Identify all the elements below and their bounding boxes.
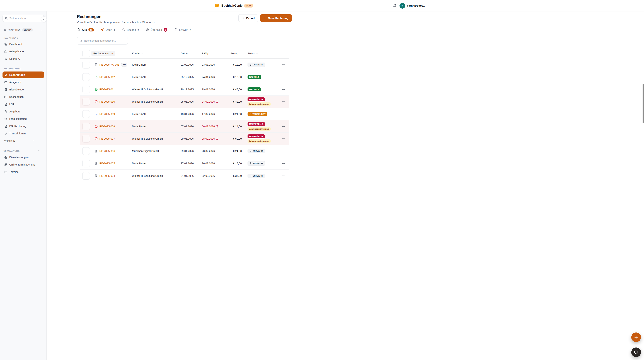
invoice-number-link[interactable]: RE-2025-011 bbox=[100, 88, 115, 91]
sidebar-item-transaktionen[interactable]: Transaktionen bbox=[2, 130, 44, 137]
status-badge: BEZAHLT bbox=[248, 75, 261, 79]
ellipsis-icon bbox=[282, 63, 285, 66]
sidebar-item-e-a-rechnung[interactable]: E/A-Rechnung bbox=[2, 123, 44, 130]
admin-section-toggle[interactable]: VERWALTUNG bbox=[2, 150, 44, 152]
customer-cell: Wiener IT Solutions GmbH bbox=[132, 175, 181, 177]
customer-cell: Klein GmbH bbox=[132, 63, 181, 66]
column-header-amount[interactable]: Betrag bbox=[230, 52, 242, 55]
row-checkbox[interactable] bbox=[82, 147, 90, 155]
sidebar-item-produktkatalog[interactable]: Produktkatalog bbox=[2, 116, 44, 122]
due-cell: 17.02.2026 bbox=[202, 113, 225, 116]
sidebar-collapse-button[interactable] bbox=[41, 16, 47, 22]
tab-entwurf[interactable]: Entwurf 4 bbox=[174, 27, 192, 34]
tab-label: Überfällig bbox=[150, 28, 162, 31]
invoice-number-link[interactable]: RE-2025-005 bbox=[100, 162, 115, 165]
tab-count: 1 bbox=[114, 28, 115, 31]
invoice-number-link[interactable]: RE-2025-007 bbox=[100, 137, 115, 140]
invoice-number-link[interactable]: RE-2025-009 bbox=[100, 113, 115, 116]
sidebar-item-label: Transaktionen bbox=[9, 132, 26, 135]
sidebar-item-uva[interactable]: UVA bbox=[2, 101, 44, 108]
row-checkbox[interactable] bbox=[82, 160, 90, 167]
overdue-clock-icon bbox=[216, 100, 218, 103]
column-header-date[interactable]: Datum bbox=[181, 52, 202, 55]
sidebar-item-label: Eigenbelege bbox=[9, 88, 24, 91]
status-badge: ENTWURF bbox=[248, 161, 266, 166]
invoice-number-link[interactable]: RE-2025-010 bbox=[100, 100, 115, 103]
row-actions-menu[interactable] bbox=[281, 136, 287, 142]
row-actions-menu[interactable] bbox=[281, 160, 287, 167]
sidebar-more-toggle[interactable]: Weitere (1) bbox=[2, 138, 44, 144]
row-checkbox[interactable] bbox=[82, 135, 90, 143]
row-actions-menu[interactable] bbox=[281, 123, 287, 129]
sidebar-item-kassenbuch[interactable]: Kassenbuch bbox=[2, 93, 44, 100]
sidebar-item-belegablage[interactable]: Belegablage bbox=[2, 48, 44, 55]
row-actions-menu[interactable] bbox=[281, 74, 287, 80]
ellipsis-icon bbox=[282, 137, 285, 140]
invoice-number-link[interactable]: RE-2025-012 bbox=[100, 76, 115, 78]
row-checkbox[interactable] bbox=[82, 98, 90, 105]
new-invoice-button-label: Neue Rechnung bbox=[268, 17, 288, 20]
sidebar-item-dashboard[interactable]: Dashboard bbox=[2, 41, 44, 47]
sort-icon bbox=[189, 52, 192, 55]
sidebar-search-input[interactable] bbox=[9, 17, 42, 20]
overdue-clock-icon bbox=[216, 125, 218, 128]
row-checkbox[interactable] bbox=[82, 110, 90, 118]
status-badge: ÜBERFÄLLIG bbox=[248, 97, 265, 101]
sidebar-search[interactable] bbox=[2, 15, 44, 22]
sidebar: FAVORITEN Starter+ HAUPTMENÜ Dashboard B… bbox=[0, 11, 46, 180]
invoice-table-row: RE-2025-012 Klein GmbH 25.12.2025 24.01.… bbox=[80, 71, 289, 83]
column-header-status[interactable]: Status bbox=[242, 52, 278, 55]
customer-cell: Klein GmbH bbox=[132, 113, 181, 116]
date-cell: 29.01.2026 bbox=[181, 150, 202, 153]
overdue-clock-icon bbox=[216, 138, 218, 140]
row-checkbox[interactable] bbox=[82, 172, 90, 180]
invoice-search[interactable] bbox=[77, 37, 128, 44]
sidebar-item-eigenbelege[interactable]: Eigenbelege bbox=[2, 86, 44, 93]
column-header-due[interactable]: Fällig bbox=[202, 52, 225, 55]
status-badge: ENTWURF bbox=[248, 149, 266, 153]
row-actions-menu[interactable] bbox=[281, 62, 287, 68]
sidebar-item-termine[interactable]: Termine bbox=[2, 169, 44, 175]
new-invoice-button[interactable]: Neue Rechnung bbox=[260, 14, 292, 22]
invoice-search-input[interactable] bbox=[84, 39, 125, 42]
invoice-type-icon bbox=[94, 88, 98, 91]
row-actions-menu[interactable] bbox=[281, 173, 287, 179]
tab-alle[interactable]: Alle 16 bbox=[77, 27, 94, 34]
row-checkbox[interactable] bbox=[82, 86, 90, 93]
row-checkbox[interactable] bbox=[82, 73, 90, 81]
tab-bar: Alle 16 Offen 1 Bezahlt 3 Überfällig 6 E… bbox=[77, 27, 292, 34]
sidebar-section-heading: BUCHHALTUNG bbox=[4, 68, 21, 70]
date-cell: 20.12.2025 bbox=[181, 88, 202, 91]
invoice-number-link[interactable]: RE-2025-004 bbox=[100, 175, 115, 177]
sidebar-item-dienstleistungen[interactable]: Dienstleistungen bbox=[2, 154, 44, 161]
invoice-table-row: RE-2025-011 Wiener IT Solutions GmbH 20.… bbox=[80, 83, 289, 96]
row-checkbox[interactable] bbox=[82, 123, 90, 130]
invoice-table-body: RE-2025-KU-001 KU Klein GmbH 01.02.2026 … bbox=[80, 59, 289, 180]
row-actions-menu[interactable] bbox=[281, 86, 287, 92]
invoice-number-link[interactable]: RE-2025-006 bbox=[100, 150, 115, 153]
tab-bezahlt[interactable]: Bezahlt 3 bbox=[122, 27, 139, 34]
invoice-number-link[interactable]: RE-2025-008 bbox=[100, 125, 115, 128]
select-all-checkbox[interactable] bbox=[82, 50, 90, 57]
sidebar-item-angebote[interactable]: Angebote bbox=[2, 108, 44, 115]
favorites-toggle[interactable]: FAVORITEN Starter+ bbox=[4, 28, 43, 31]
status-badge-icon bbox=[250, 150, 252, 152]
tab-überfällig[interactable]: Überfällig 6 bbox=[146, 27, 168, 34]
invoice-type-icon bbox=[94, 125, 98, 128]
tab-offen[interactable]: Offen 1 bbox=[100, 27, 116, 34]
amount-cell: € 12,00 bbox=[233, 63, 242, 66]
column-header-number[interactable]: Rechnungsnr. bbox=[94, 51, 132, 56]
sidebar-item-online-terminbuchung[interactable]: Online-Terminbuchung bbox=[2, 161, 44, 168]
sidebar-item-rechnungen[interactable]: Rechnungen bbox=[2, 71, 44, 78]
row-actions-menu[interactable] bbox=[281, 148, 287, 154]
column-header-customer[interactable]: Kunde bbox=[132, 52, 181, 55]
row-actions-menu[interactable] bbox=[281, 99, 287, 105]
sidebar-item-ausgaben[interactable]: Ausgaben bbox=[2, 79, 44, 86]
amount-cell: € 36,00 bbox=[233, 175, 242, 177]
export-button[interactable]: Export bbox=[238, 14, 258, 22]
row-checkbox[interactable] bbox=[82, 61, 90, 68]
doc-icon bbox=[77, 28, 80, 31]
sidebar-item-sophie-ai[interactable]: Sophie AI bbox=[2, 55, 44, 62]
invoice-number-link[interactable]: RE-2025-KU-001 bbox=[100, 63, 120, 66]
row-actions-menu[interactable] bbox=[281, 111, 287, 117]
